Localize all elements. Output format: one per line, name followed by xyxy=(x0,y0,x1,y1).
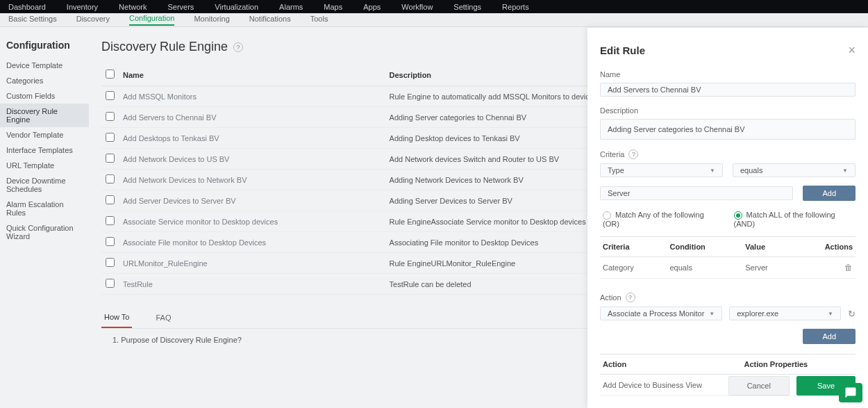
name-input[interactable] xyxy=(600,83,856,97)
sidebar-item-alarm-escalation[interactable]: Alarm Escalation Rules xyxy=(0,197,89,220)
sidebar-item-vendor-template[interactable]: Vendor Template xyxy=(0,127,89,142)
action-cell-action: Add Device to Business View xyxy=(600,375,742,396)
nav-servers[interactable]: Servers xyxy=(167,3,194,11)
action-help-icon[interactable]: ? xyxy=(626,293,635,302)
subnav-discovery[interactable]: Discovery xyxy=(76,15,110,25)
sidebar-item-custom-fields[interactable]: Custom Fields xyxy=(0,88,89,104)
cell-name: Add Network Devices to Network BV xyxy=(119,170,385,190)
row-checkbox[interactable] xyxy=(106,195,115,204)
chevron-down-icon: ▼ xyxy=(709,311,715,317)
help-icon[interactable]: ? xyxy=(233,42,243,52)
nav-maps[interactable]: Maps xyxy=(324,3,342,11)
sidebar-item-discovery-rule-engine[interactable]: Discovery Rule Engine xyxy=(0,104,89,127)
cell-name: Add MSSQL Monitors xyxy=(119,86,385,107)
sidebar-item-quick-config-wizard[interactable]: Quick Configuration Wizard xyxy=(0,220,89,244)
criteria-help-icon[interactable]: ? xyxy=(628,149,638,159)
row-checkbox[interactable] xyxy=(106,133,115,142)
cell-name: Associate Service monitor to Desktop dev… xyxy=(119,211,385,232)
crit-cell-criteria: Category xyxy=(600,257,667,279)
criteria-value-input[interactable] xyxy=(600,186,793,200)
crit-col-value: Value xyxy=(742,237,794,257)
top-nav: Dashboard Inventory Network Servers Virt… xyxy=(0,0,868,13)
chevron-down-icon: ▼ xyxy=(842,168,848,174)
subnav-monitoring[interactable]: Monitoring xyxy=(194,15,229,25)
sidebar: Configuration Device Template Categories… xyxy=(0,27,89,408)
crit-cell-condition: equals xyxy=(667,257,743,279)
row-checkbox[interactable] xyxy=(106,112,115,121)
subnav-notifications[interactable]: Notifications xyxy=(249,15,291,25)
nav-alarms[interactable]: Alarms xyxy=(279,3,303,11)
chevron-down-icon: ▼ xyxy=(710,168,715,174)
page-title-text: Discovery Rule Engine xyxy=(101,40,228,54)
delete-icon[interactable]: 🗑 xyxy=(844,263,853,272)
select-all-checkbox[interactable] xyxy=(106,70,115,79)
tab-how-to[interactable]: How To xyxy=(101,307,132,328)
col-name: Name xyxy=(119,64,385,86)
sidebar-title: Configuration xyxy=(0,40,89,58)
row-checkbox[interactable] xyxy=(106,91,115,100)
criteria-type-select[interactable]: Type▼ xyxy=(600,163,723,177)
nav-workflow[interactable]: Workflow xyxy=(401,3,433,11)
criteria-row: Category equals Server 🗑 xyxy=(600,257,856,279)
chat-icon[interactable] xyxy=(839,383,862,402)
nav-reports[interactable]: Reports xyxy=(502,3,529,11)
nav-inventory[interactable]: Inventory xyxy=(67,3,98,11)
sidebar-item-device-template[interactable]: Device Template xyxy=(0,58,89,73)
description-input[interactable] xyxy=(600,119,856,140)
row-checkbox[interactable] xyxy=(106,154,115,163)
row-checkbox[interactable] xyxy=(106,216,115,225)
action-col-action: Action xyxy=(600,354,742,375)
cell-name: TestRule xyxy=(119,274,385,295)
cancel-button[interactable]: Cancel xyxy=(728,376,790,395)
action-value-select[interactable]: explorer.exe▼ xyxy=(729,307,841,320)
subnav-tools[interactable]: Tools xyxy=(310,15,328,25)
cell-name: Add Server Devices to Server BV xyxy=(119,190,385,211)
row-checkbox[interactable] xyxy=(106,279,115,288)
sidebar-item-url-template[interactable]: URL Template xyxy=(0,158,89,173)
cell-name: URLMonitor_RuleEngine xyxy=(119,253,385,274)
sub-nav: Basic Settings Discovery Configuration M… xyxy=(0,13,868,27)
match-all-radio[interactable]: Match ALL of the following (AND) xyxy=(734,211,856,228)
nav-network[interactable]: Network xyxy=(119,3,147,11)
sidebar-item-categories[interactable]: Categories xyxy=(0,73,89,88)
panel-title: Edit Rule xyxy=(600,44,645,56)
match-any-radio[interactable]: Match Any of the following (OR) xyxy=(603,211,720,228)
criteria-condition-select[interactable]: equals▼ xyxy=(733,163,856,177)
criteria-label: Criteria ? xyxy=(600,149,856,159)
sidebar-item-downtime-schedules[interactable]: Device Downtime Schedules xyxy=(0,173,89,197)
cell-name: Add Network Devices to US BV xyxy=(119,149,385,170)
action-label: Action ? xyxy=(600,293,856,302)
row-checkbox[interactable] xyxy=(106,258,115,267)
row-checkbox[interactable] xyxy=(106,237,115,246)
crit-col-condition: Condition xyxy=(667,237,743,257)
cell-name: Associate File monitor to Desktop Device… xyxy=(119,232,385,253)
criteria-table: Criteria Condition Value Actions Categor… xyxy=(600,236,856,279)
nav-dashboard[interactable]: Dashboard xyxy=(8,3,46,11)
edit-rule-panel: Edit Rule × Name Description Criteria ? … xyxy=(587,28,868,408)
action-type-select[interactable]: Associate a Process Monitor▼ xyxy=(600,307,722,320)
subnav-configuration[interactable]: Configuration xyxy=(129,14,174,26)
sidebar-item-interface-templates[interactable]: Interface Templates xyxy=(0,142,89,158)
description-label: Description xyxy=(600,106,856,115)
chevron-down-icon: ▼ xyxy=(828,311,833,317)
cell-name: Add Desktops to Tenkasi BV xyxy=(119,128,385,149)
action-col-props: Action Properties xyxy=(742,354,835,375)
tab-faq[interactable]: FAQ xyxy=(153,308,174,327)
nav-apps[interactable]: Apps xyxy=(363,3,381,11)
action-add-button[interactable]: Add xyxy=(803,329,856,344)
nav-virtualization[interactable]: Virtualization xyxy=(215,3,258,11)
cell-name: Add Servers to Chennai BV xyxy=(119,107,385,128)
refresh-icon[interactable]: ↻ xyxy=(848,309,856,319)
name-label: Name xyxy=(600,70,856,79)
nav-settings[interactable]: Settings xyxy=(453,3,481,11)
criteria-add-button[interactable]: Add xyxy=(803,186,856,201)
row-checkbox[interactable] xyxy=(106,174,115,183)
crit-cell-value: Server xyxy=(742,257,794,279)
crit-col-criteria: Criteria xyxy=(600,237,667,257)
close-icon[interactable]: × xyxy=(848,43,856,58)
subnav-basic-settings[interactable]: Basic Settings xyxy=(8,15,57,25)
crit-col-actions: Actions xyxy=(794,237,856,257)
